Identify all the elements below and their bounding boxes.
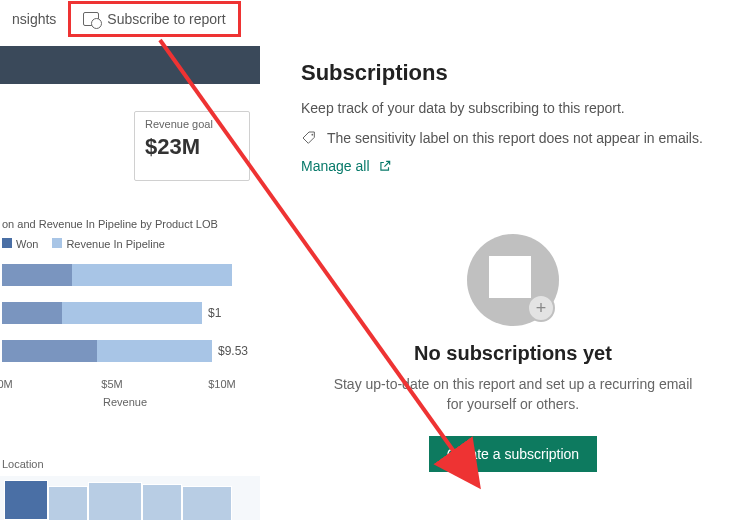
insights-label: nsights	[12, 11, 56, 27]
subscriptions-panel: Subscriptions Keep track of your data by…	[273, 38, 753, 520]
map-section: Location	[0, 458, 260, 520]
create-subscription-button[interactable]: Create a subscription	[429, 436, 597, 472]
bar-chart-section: on and Revenue In Pipeline by Product LO…	[0, 218, 260, 408]
report-preview: Revenue goal $23M on and Revenue In Pipe…	[0, 38, 260, 520]
chart-bars[interactable]: $1 $9.53 $0M $5M $10M Revenue	[0, 264, 260, 408]
kpi-label: Revenue goal	[145, 118, 239, 130]
empty-state-title: No subscriptions yet	[333, 342, 693, 365]
map-visual[interactable]	[0, 476, 260, 520]
top-toolbar: nsights Subscribe to report	[0, 0, 241, 38]
empty-state: + No subscriptions yet Stay up-to-date o…	[333, 234, 693, 472]
report-header-band	[0, 46, 260, 84]
panel-title: Subscriptions	[301, 60, 735, 86]
insights-button[interactable]: nsights	[0, 1, 68, 37]
bar-segment-won	[2, 340, 97, 362]
kpi-tile-revenue-goal[interactable]: Revenue goal $23M	[134, 111, 250, 181]
map-region	[182, 486, 232, 520]
bar-segment-pipeline	[72, 264, 232, 286]
axis-label: Revenue	[103, 396, 147, 408]
bar-row	[2, 264, 248, 286]
chart-x-axis: $0M $5M $10M Revenue	[2, 378, 248, 408]
axis-tick: $5M	[82, 378, 142, 390]
bar-segment-pipeline	[97, 340, 212, 362]
map-region	[48, 486, 88, 520]
sensitivity-text: The sensitivity label on this report doe…	[327, 130, 703, 146]
empty-state-icon: +	[467, 234, 559, 326]
legend-won: Won	[16, 238, 38, 250]
legend-pipeline: Revenue In Pipeline	[66, 238, 164, 250]
sensitivity-notice: The sensitivity label on this report doe…	[301, 130, 735, 146]
legend-swatch-won	[2, 238, 12, 248]
chart-title: on and Revenue In Pipeline by Product LO…	[0, 218, 260, 230]
legend-swatch-pipeline	[52, 238, 62, 248]
bar-label: $9.53	[218, 344, 248, 358]
manage-all-label: Manage all	[301, 158, 370, 174]
manage-all-link[interactable]: Manage all	[301, 158, 735, 174]
subscribe-label: Subscribe to report	[107, 11, 225, 27]
map-label: Location	[2, 458, 260, 470]
empty-state-text: Stay up-to-date on this report and set u…	[333, 375, 693, 414]
axis-tick: $10M	[192, 378, 252, 390]
plus-icon: +	[527, 294, 555, 322]
map-region	[4, 480, 48, 520]
map-region	[88, 482, 142, 520]
axis-tick: $0M	[0, 378, 32, 390]
map-region	[142, 484, 182, 520]
bar-label: $1	[208, 306, 221, 320]
bar-segment-won	[2, 302, 62, 324]
panel-subtitle: Keep track of your data by subscribing t…	[301, 100, 735, 116]
svg-point-0	[311, 134, 313, 136]
subscribe-icon	[83, 12, 99, 26]
bar-segment-pipeline	[62, 302, 202, 324]
chart-legend: Won Revenue In Pipeline	[0, 238, 260, 250]
kpi-value: $23M	[145, 134, 239, 160]
open-external-icon	[378, 159, 392, 173]
bar-row: $1	[2, 302, 248, 324]
bar-row: $9.53	[2, 340, 248, 362]
tag-icon	[301, 130, 317, 146]
subscribe-to-report-button[interactable]: Subscribe to report	[68, 1, 240, 37]
bar-segment-won	[2, 264, 72, 286]
